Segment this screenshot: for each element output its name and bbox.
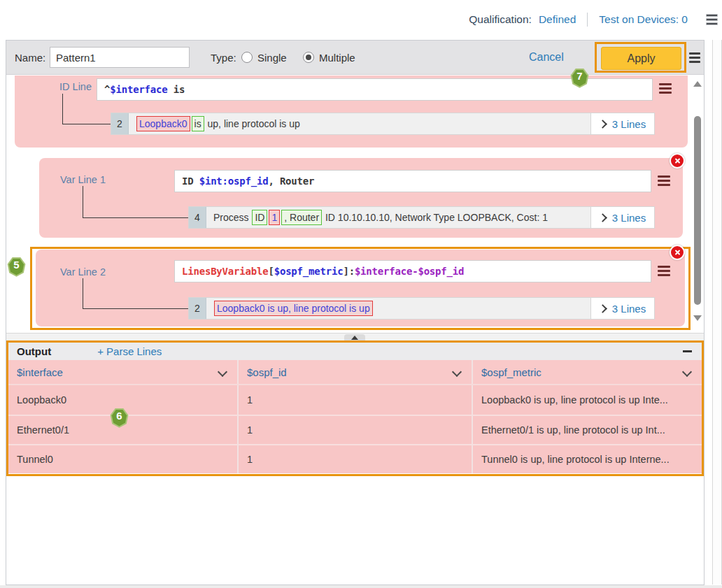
pattern-editor-panel: Name: Type: Single Multiple Cancel Apply… bbox=[6, 40, 705, 585]
table-cell: Tunnel0 is up, line protocol is up Inter… bbox=[472, 444, 702, 473]
pattern-line-label: ID Line bbox=[36, 81, 92, 92]
lines-count-label: 3 Lines bbox=[612, 212, 646, 224]
chevron-down-icon[interactable] bbox=[682, 367, 692, 377]
column-header-label: $interface bbox=[17, 366, 63, 378]
matched-keyword-highlight: is bbox=[192, 116, 204, 131]
name-input[interactable] bbox=[50, 47, 190, 68]
callout-badge-5: 5 bbox=[6, 255, 27, 278]
lines-count-label: 3 Lines bbox=[612, 303, 646, 315]
line-menu-icon[interactable] bbox=[658, 175, 670, 186]
window-bottom-edge bbox=[0, 585, 722, 588]
sample-text: up, line protocol is up bbox=[205, 118, 300, 129]
pattern-token: ]: bbox=[343, 266, 354, 277]
sample-line-row: 2 Loopback0is up, line protocol is up 3 … bbox=[111, 113, 655, 135]
collapse-output-button[interactable] bbox=[683, 350, 692, 352]
sample-line-row: 4 Process ID1, Router ID 10.10.10.10, Ne… bbox=[188, 206, 655, 229]
table-cell: 1 bbox=[237, 385, 472, 415]
radio-multiple[interactable] bbox=[303, 52, 314, 63]
callout-badge-6: 6 bbox=[109, 406, 129, 429]
sample-line-number: 2 bbox=[111, 113, 129, 134]
qualification-value-link[interactable]: Defined bbox=[539, 13, 576, 26]
splitter bbox=[6, 333, 704, 340]
parse-lines-link[interactable]: + Parse Lines bbox=[97, 345, 162, 357]
table-cell: 1 bbox=[237, 444, 472, 473]
triangle-up-icon bbox=[693, 81, 702, 87]
pattern-editor-window: Qualification: Defined Test on Devices: … bbox=[0, 0, 722, 588]
table-row[interactable]: Tunnel0 1 Tunnel0 is up, line protocol i… bbox=[8, 444, 702, 473]
matched-keyword-highlight: ID bbox=[252, 210, 267, 225]
sample-line-row: 2 Loopback0 is up, line protocol is up 3… bbox=[188, 297, 655, 320]
scrollbar-thumb[interactable] bbox=[694, 116, 701, 305]
lines-count-label: 3 Lines bbox=[612, 118, 646, 130]
divider bbox=[587, 13, 588, 27]
output-header: Output + Parse Lines bbox=[8, 343, 702, 360]
chevron-down-icon[interactable] bbox=[218, 367, 227, 377]
pattern-input-var-line-2[interactable]: LinesByVariable[$ospf_metric]:$interface… bbox=[174, 260, 651, 282]
matched-variable-highlight: Loopback0 is up, line protocol is up bbox=[214, 301, 373, 316]
triangle-up-icon bbox=[351, 336, 358, 340]
pattern-variable-token: $int:ospf_id bbox=[199, 175, 269, 187]
sample-line-number: 2 bbox=[189, 298, 206, 319]
table-cell: Loopback0 is up, line protocol is up Int… bbox=[472, 385, 702, 415]
radio-single-label[interactable]: Single bbox=[257, 52, 287, 64]
pattern-variable-token: $interface-$ospf_id bbox=[355, 266, 464, 277]
qualification-label: Qualification: bbox=[469, 13, 532, 26]
connector-line bbox=[83, 186, 189, 218]
cancel-link[interactable]: Cancel bbox=[529, 51, 564, 64]
radio-multiple-label[interactable]: Multiple bbox=[319, 52, 355, 64]
sample-line-text: Process ID1, Router ID 10.10.10.10, Netw… bbox=[206, 207, 590, 228]
column-header-label: $ospf_metric bbox=[481, 366, 542, 378]
pattern-token: [ bbox=[268, 266, 274, 277]
pattern-line-label: Var Line 2 bbox=[50, 266, 106, 278]
expand-lines-button[interactable]: 3 Lines bbox=[590, 207, 654, 228]
pattern-input-var-line-1[interactable]: ID $int:ospf_id, Router bbox=[174, 170, 651, 192]
sample-text: ID 10.10.10.10, Network Type LOOPBACK, C… bbox=[323, 212, 548, 223]
pattern-token: is bbox=[168, 84, 185, 95]
column-header-ospf-metric[interactable]: $ospf_metric bbox=[472, 360, 702, 384]
test-on-devices-link[interactable]: Test on Devices: 0 bbox=[599, 13, 688, 26]
matched-variable-highlight: Loopback0 bbox=[136, 116, 190, 131]
annotation-highlight-apply: Apply bbox=[595, 42, 686, 73]
sample-text: Process bbox=[213, 212, 251, 223]
column-header-interface[interactable]: $interface bbox=[8, 360, 237, 384]
close-var-line-2-button[interactable] bbox=[670, 245, 685, 260]
output-table-header: $interface $ospf_id $ospf_metric bbox=[8, 360, 702, 385]
table-cell: Ethernet0/1 is up, line protocol is up I… bbox=[472, 415, 702, 444]
expand-lines-button[interactable]: 3 Lines bbox=[590, 113, 654, 134]
chevron-down-icon[interactable] bbox=[452, 367, 462, 377]
connector-line bbox=[83, 278, 189, 309]
pattern-variable-token: $interface bbox=[110, 84, 167, 95]
top-bar-right-group: Qualification: Defined Test on Devices: … bbox=[469, 0, 722, 39]
minus-icon bbox=[683, 350, 692, 352]
pattern-token: , Router bbox=[268, 175, 314, 187]
matched-variable-highlight: 1 bbox=[269, 210, 280, 225]
toolbar-menu-icon[interactable] bbox=[689, 52, 700, 63]
chevron-right-icon bbox=[598, 120, 607, 129]
table-cell: Tunnel0 bbox=[8, 444, 237, 473]
pattern-keyword-token: LinesByVariable bbox=[182, 266, 268, 277]
triangle-down-icon bbox=[693, 315, 702, 321]
table-cell: 1 bbox=[237, 415, 472, 444]
apply-button[interactable]: Apply bbox=[601, 47, 681, 70]
top-bar: Qualification: Defined Test on Devices: … bbox=[0, 0, 722, 39]
close-var-line-1-button[interactable] bbox=[670, 153, 685, 168]
callout-badge-7: 7 bbox=[569, 66, 590, 89]
outer-scroll-track bbox=[712, 40, 722, 585]
splitter-collapse-handle[interactable] bbox=[344, 334, 365, 340]
chevron-right-icon bbox=[598, 304, 607, 313]
column-header-label: $ospf_id bbox=[247, 366, 287, 378]
line-menu-icon[interactable] bbox=[659, 83, 672, 94]
matched-keyword-highlight: , Router bbox=[281, 210, 322, 225]
stacked-bars-menu-icon[interactable] bbox=[706, 14, 718, 25]
pattern-variable-token: $ospf_metric bbox=[274, 266, 344, 277]
sample-line-text: Loopback0is up, line protocol is up bbox=[129, 113, 590, 134]
pattern-token: ID bbox=[182, 175, 199, 187]
sample-line-number: 4 bbox=[189, 207, 206, 228]
line-menu-icon[interactable] bbox=[658, 266, 670, 276]
scroll-down-button[interactable] bbox=[693, 313, 702, 323]
expand-lines-button[interactable]: 3 Lines bbox=[590, 298, 654, 319]
radio-single[interactable] bbox=[241, 52, 253, 63]
pattern-line-label: Var Line 1 bbox=[50, 174, 106, 185]
column-header-ospf-id[interactable]: $ospf_id bbox=[237, 360, 472, 384]
scroll-up-button[interactable] bbox=[693, 79, 702, 89]
